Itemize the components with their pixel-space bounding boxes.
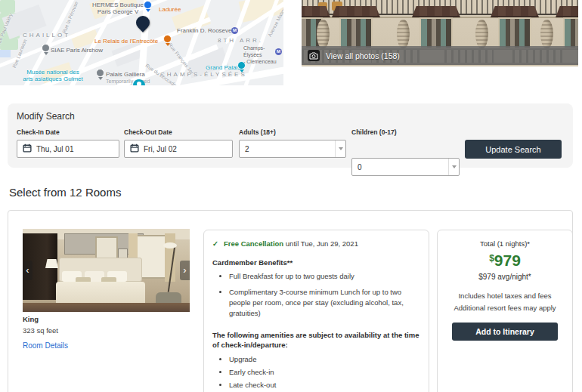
resort-fees-note: Additional resort fees may apply — [438, 302, 572, 314]
poi-pin-icon — [237, 61, 246, 69]
check-out-label: Check-Out Date — [124, 128, 172, 136]
price-amount: 979 — [494, 252, 521, 269]
map-label: Champs-Élysées - Clemenceau — [243, 45, 277, 65]
room-size: 323 sq feet — [23, 326, 58, 335]
benefit-item: Full Breakfast for up to two guests dail… — [229, 271, 421, 282]
map-label: Palais Galliera — [106, 71, 145, 78]
benefits-title: Cardmember Benefits** — [212, 258, 421, 267]
amenity-item: Upgrade — [229, 354, 421, 365]
room-floor-lamp-shade — [163, 242, 177, 248]
map-label: 8TH ARR. — [218, 37, 263, 44]
check-out-date-input[interactable]: Fri, Jul 02 — [124, 140, 233, 158]
children-value: 0 — [358, 163, 362, 171]
check-out-value: Fri, Jul 02 — [144, 145, 177, 153]
cancellation-row: ✓Free Cancellation until Tue, Jun 29, 20… — [212, 239, 421, 248]
map-label: HERMES Boutique Paris George V — [89, 2, 147, 15]
carousel-prev-button[interactable]: ‹ — [23, 261, 33, 280]
amenity-item: Early check-in — [229, 367, 421, 378]
total-price: $979 — [438, 249, 572, 271]
map-block — [0, 50, 11, 57]
map-label: Le Relais de l'Entrecôte — [94, 38, 158, 45]
room-photo[interactable] — [23, 229, 190, 312]
camera-icon — [308, 50, 320, 61]
poi-pin-icon — [96, 69, 104, 77]
room-name: King — [23, 315, 39, 323]
calendar-icon — [130, 144, 139, 154]
map-label: Musée national des arts asiatiques Guime… — [18, 69, 88, 82]
pin-tip — [98, 77, 103, 82]
restaurant-pin-icon — [163, 35, 172, 43]
metro-icon: M — [275, 48, 282, 55]
metro-icon: M — [231, 27, 238, 34]
pin-tip — [240, 69, 244, 75]
adults-select[interactable]: 2 — [239, 140, 346, 158]
check-in-value: Thu, Jul 01 — [36, 145, 73, 153]
currency-symbol: $ — [489, 253, 494, 264]
facade-urn — [397, 20, 410, 48]
benefit-item: Complimentary 3-course minimum Lunch for… — [229, 287, 421, 319]
children-select[interactable]: 0 — [351, 158, 460, 176]
check-in-date-input[interactable]: Thu, Jul 01 — [17, 140, 119, 158]
chevron-down-icon — [448, 159, 459, 175]
avg-night-note: $979 avg/night* — [438, 273, 572, 281]
facade-window-unit — [491, 6, 539, 51]
facade-urn — [540, 20, 553, 48]
map-label: Ladurée — [159, 6, 181, 13]
update-search-button[interactable]: Update Search — [465, 140, 562, 159]
amenities-title: The following amenities are subject to a… — [212, 330, 421, 350]
calendar-icon — [23, 144, 32, 154]
location-map[interactable]: HERMES Boutique Paris George V Ladurée F… — [0, 0, 283, 85]
room-card: ‹ › King 323 sq feet Room Details ✓Free … — [8, 210, 573, 392]
taxes-note: Includes hotel taxes and fees — [438, 290, 572, 302]
poi-pin-icon — [42, 44, 50, 52]
room-lamp — [45, 259, 58, 268]
total-label: Total (1 nights)* — [438, 239, 572, 248]
amenities-list: Upgrade Early check-in Late check-out — [212, 354, 421, 390]
hotel-photo[interactable]: View all photos (158) — [302, 0, 578, 66]
amenity-item: Late check-out — [229, 380, 421, 390]
facade-window-unit — [412, 6, 460, 51]
carousel-next-button[interactable]: › — [180, 261, 190, 280]
facade-window-unit — [556, 6, 578, 51]
room-info-panel: ✓Free Cancellation until Tue, Jun 29, 20… — [203, 230, 429, 392]
map-label: Franklin D. Roosevelt — [177, 27, 234, 34]
map-label: Grand Palais — [206, 64, 240, 71]
rooms-heading: Select from 12 Rooms — [9, 186, 121, 199]
chevron-down-icon — [335, 140, 345, 157]
adults-label: Adults (18+) — [239, 128, 276, 136]
facade-urn — [475, 20, 488, 48]
map-label: CHAMPS-ÉLYSÉES — [160, 71, 247, 78]
free-cancellation-label: Free Cancellation — [224, 239, 283, 248]
facade-window-unit — [332, 6, 380, 51]
hotel-location-pin[interactable] — [133, 13, 152, 32]
cancellation-until: until Tue, Jun 29, 2021 — [283, 239, 358, 248]
room-details-link[interactable]: Room Details — [23, 341, 68, 350]
facade-urn — [317, 20, 330, 48]
map-park — [0, 0, 15, 13]
modify-search-title: Modify Search — [17, 111, 75, 122]
view-all-photos-label: View all photos (158) — [326, 51, 400, 60]
view-all-photos-button[interactable]: View all photos (158) — [302, 46, 578, 65]
check-in-label: Check-In Date — [17, 128, 60, 136]
page: HERMES Boutique Paris George V Ladurée F… — [0, 0, 582, 392]
checkmark-icon: ✓ — [212, 239, 218, 248]
shopping-pin-icon — [144, 1, 152, 9]
modify-search-panel: Modify Search Check-In Date Check-Out Da… — [8, 103, 573, 168]
add-to-itinerary-button[interactable]: Add to Itinerary — [452, 323, 558, 341]
children-label: Children (0-17) — [351, 128, 397, 136]
adults-value: 2 — [245, 145, 249, 153]
map-label: SIAE Paris Airshow — [51, 47, 103, 54]
pin-tip — [146, 9, 150, 14]
room-floor — [23, 303, 190, 312]
benefits-list: Full Breakfast for up to two guests dail… — [212, 271, 421, 319]
pin-tip — [166, 43, 170, 48]
pricing-panel: Total (1 nights)* $979 $979 avg/night* I… — [437, 230, 573, 392]
pin-tip — [44, 52, 48, 57]
